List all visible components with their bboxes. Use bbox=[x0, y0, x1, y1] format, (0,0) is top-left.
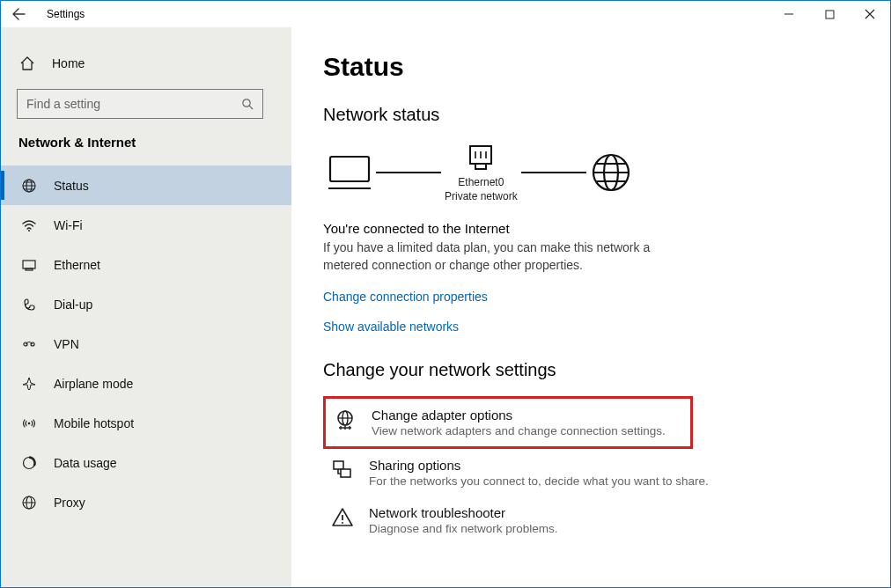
sidebar-section-label: Network & Internet bbox=[1, 135, 291, 150]
hotspot-icon bbox=[20, 415, 38, 432]
card-title: Change adapter options bbox=[372, 408, 666, 423]
ethernet-icon bbox=[20, 256, 38, 274]
sidebar-item-label: VPN bbox=[54, 337, 79, 351]
pc-icon bbox=[327, 153, 372, 192]
link-show-available-networks[interactable]: Show available networks bbox=[323, 320, 858, 334]
internet-globe-icon bbox=[590, 151, 632, 194]
sidebar-item-hotspot[interactable]: Mobile hotspot bbox=[1, 403, 291, 443]
page-title: Status bbox=[323, 52, 858, 82]
search-input[interactable]: Find a setting bbox=[17, 89, 263, 119]
sidebar-item-label: Ethernet bbox=[54, 258, 100, 272]
home-icon bbox=[18, 55, 36, 72]
card-subtitle: View network adapters and change connect… bbox=[372, 424, 666, 437]
card-title: Sharing options bbox=[369, 458, 709, 473]
sidebar-item-vpn[interactable]: VPN bbox=[1, 324, 291, 364]
sidebar-item-label: Data usage bbox=[54, 456, 117, 470]
network-diagram: Ethernet0 Private network bbox=[327, 141, 858, 203]
adapter-type: Private network bbox=[445, 190, 518, 204]
airplane-icon bbox=[20, 375, 38, 393]
wifi-icon bbox=[20, 217, 38, 234]
close-button[interactable] bbox=[850, 1, 890, 27]
svg-rect-13 bbox=[330, 157, 369, 181]
svg-rect-21 bbox=[341, 469, 350, 477]
link-change-connection-properties[interactable]: Change connection properties bbox=[323, 290, 858, 304]
search-icon bbox=[241, 98, 254, 110]
card-subtitle: Diagnose and fix network problems. bbox=[369, 522, 558, 535]
close-icon bbox=[865, 9, 875, 19]
vpn-icon bbox=[20, 335, 38, 353]
window-title: Settings bbox=[47, 8, 85, 20]
svg-rect-20 bbox=[334, 461, 343, 469]
data-usage-icon bbox=[20, 454, 38, 472]
diagram-line bbox=[376, 172, 441, 173]
sidebar-item-dialup[interactable]: Dial-up bbox=[1, 284, 291, 324]
svg-point-1 bbox=[243, 99, 250, 107]
troubleshooter-icon bbox=[330, 505, 355, 530]
minimize-icon bbox=[784, 9, 794, 19]
connected-title: You're connected to the Internet bbox=[323, 221, 858, 236]
maximize-icon bbox=[825, 10, 835, 19]
svg-point-22 bbox=[342, 522, 343, 524]
dialup-icon bbox=[20, 296, 38, 313]
card-subtitle: For the networks you connect to, decide … bbox=[369, 474, 709, 488]
adapter-name: Ethernet0 bbox=[445, 176, 518, 190]
back-button[interactable] bbox=[6, 2, 31, 26]
home-label: Home bbox=[52, 56, 85, 70]
sidebar-item-airplane[interactable]: Airplane mode bbox=[1, 364, 291, 403]
globe-icon bbox=[20, 177, 38, 195]
sidebar-item-proxy[interactable]: Proxy bbox=[1, 482, 291, 522]
sidebar-item-status[interactable]: Status bbox=[1, 165, 291, 205]
sidebar-item-label: Wi-Fi bbox=[54, 218, 83, 232]
sidebar-item-wifi[interactable]: Wi-Fi bbox=[1, 205, 291, 245]
back-arrow-icon bbox=[11, 7, 26, 21]
svg-rect-15 bbox=[475, 164, 486, 169]
svg-rect-6 bbox=[26, 268, 33, 270]
titlebar: Settings bbox=[1, 1, 890, 27]
sidebar-item-label: Airplane mode bbox=[54, 377, 133, 391]
diagram-line bbox=[521, 172, 586, 173]
sidebar-item-datausage[interactable]: Data usage bbox=[1, 443, 291, 482]
minimize-button[interactable] bbox=[769, 1, 809, 27]
sidebar-item-label: Status bbox=[54, 179, 89, 193]
sidebar-item-label: Proxy bbox=[54, 496, 85, 510]
settings-window: Settings Home Find a setting bbox=[0, 0, 891, 588]
section-change-network-settings: Change your network settings bbox=[323, 360, 858, 380]
card-network-troubleshooter[interactable]: Network troubleshooter Diagnose and fix … bbox=[323, 496, 858, 544]
sharing-icon bbox=[330, 458, 355, 482]
connected-subtitle: If you have a limited data plan, you can… bbox=[323, 239, 684, 274]
section-network-status: Network status bbox=[323, 105, 858, 125]
sidebar-item-label: Mobile hotspot bbox=[54, 416, 134, 430]
search-placeholder: Find a setting bbox=[26, 97, 100, 111]
svg-rect-0 bbox=[826, 11, 834, 18]
sidebar-item-label: Dial-up bbox=[54, 298, 92, 312]
sidebar: Home Find a setting Network & Internet S… bbox=[1, 27, 291, 587]
sidebar-item-ethernet[interactable]: Ethernet bbox=[1, 245, 291, 284]
adapter-options-icon bbox=[333, 408, 357, 432]
adapter-icon bbox=[465, 141, 497, 173]
svg-point-9 bbox=[28, 422, 31, 424]
maximize-button[interactable] bbox=[809, 1, 850, 27]
svg-point-4 bbox=[28, 230, 30, 232]
home-nav[interactable]: Home bbox=[1, 47, 291, 80]
main-content: Status Network status Ethernet0 Private … bbox=[291, 27, 890, 587]
card-sharing-options[interactable]: Sharing options For the networks you con… bbox=[323, 449, 858, 496]
card-change-adapter-options[interactable]: Change adapter options View network adap… bbox=[323, 396, 693, 449]
proxy-icon bbox=[20, 494, 38, 511]
svg-rect-5 bbox=[23, 261, 35, 268]
card-title: Network troubleshooter bbox=[369, 505, 558, 520]
